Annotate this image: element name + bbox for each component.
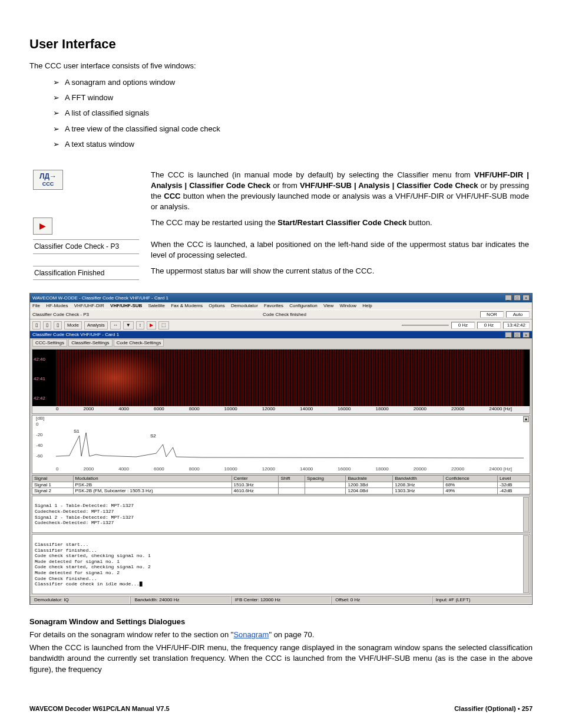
sonagram-link[interactable]: Sonagram — [233, 630, 269, 639]
col-header[interactable]: Confidence — [444, 476, 498, 482]
close-icon[interactable]: × — [523, 332, 530, 338]
footer-left: WAVECOM Decoder W61PC/LAN Manual V7.5 — [29, 704, 170, 713]
status-left: Classifier Code Check - P3 — [32, 312, 89, 318]
fft-panel: [dB] 0 -20 -40 -60 ▲ S1 S2 0200040006000… — [32, 415, 530, 474]
desc-cell: The CCC is launched (in manual mode by d… — [147, 167, 533, 215]
menu-item[interactable]: View — [323, 303, 333, 308]
field-nor[interactable]: NOR — [480, 311, 504, 318]
codecheck-settings-button[interactable]: Code Check-Settings — [114, 339, 164, 347]
child-title: Classifier Code Check VHF/UHF - Card 1 — [32, 332, 119, 338]
titlebar: WAVECOM W-CODE - Classifier Code Check V… — [30, 294, 532, 302]
classifier-settings-button[interactable]: Classifier-Settings — [68, 339, 112, 347]
fft-db-label: [dB] — [36, 416, 44, 421]
scroll-up-icon[interactable]: ▲ — [523, 416, 529, 422]
table-row[interactable]: Signal 1PSK-2B1510.3Hz1200.3Bd1208.3Hz68… — [32, 482, 530, 488]
col-header[interactable]: Bandwidth — [393, 476, 444, 482]
list-item: A text status window — [53, 139, 533, 150]
maximize-icon[interactable]: □ — [514, 295, 521, 301]
menu-item[interactable]: File — [32, 303, 40, 308]
list-item: A list of classified signals — [53, 108, 533, 118]
settings-row: CCC-Settings Classifier-Settings Code Ch… — [30, 338, 532, 348]
minimize-icon[interactable]: _ — [505, 332, 512, 338]
table-row[interactable]: Signal 2PSK-2B (FM, Subcarrier : 1505.3 … — [32, 488, 530, 495]
fft-ylabel: -40 — [36, 443, 43, 449]
sona-ylabel: 42:40 — [34, 357, 45, 363]
time-field: 13:42:42 — [503, 322, 530, 329]
window-title: WAVECOM W-CODE - Classifier Code Check V… — [32, 295, 168, 301]
description-table: ЛД→CCC The CCC is launched (in manual mo… — [29, 167, 533, 283]
fft-xaxis: 0200040006000800010000120001400016000180… — [32, 466, 530, 473]
col-header[interactable]: Spacing — [305, 476, 346, 482]
tree-panel: Signal 1 - Table-Detected: MPT-1327 Code… — [32, 496, 530, 533]
toolbar-icon[interactable]: ↔ — [110, 321, 121, 330]
statusbar-top: Classifier Code Check - P3 Code Check fi… — [30, 309, 532, 320]
signal-table: Signal Modulation Center Shift Spacing B… — [32, 475, 530, 495]
field-auto[interactable]: Auto — [506, 311, 530, 318]
menu-item[interactable]: Help — [362, 303, 372, 308]
menu-item[interactable]: Configuration — [289, 303, 318, 308]
section-title: User Interface — [29, 35, 533, 54]
col-header[interactable]: Center — [232, 476, 279, 482]
col-header[interactable]: Signal — [32, 476, 74, 482]
toolbar-icon[interactable]: ▼ — [123, 321, 134, 330]
menu-item[interactable]: Demodulator — [231, 303, 258, 308]
toolbar-icon[interactable]: ⬚ — [158, 321, 169, 330]
toolbar-icon[interactable]: ▯ — [32, 321, 41, 330]
status-label-finished: Classification Finished — [33, 266, 139, 281]
body-paragraph: When the CCC is launched from the VHF/UH… — [29, 643, 533, 675]
menu-item[interactable]: VHF/UHF-SUB — [110, 303, 142, 308]
sona-ylabel: 42:41 — [34, 376, 45, 382]
analysis-button[interactable]: Analysis — [84, 321, 108, 330]
ccc-settings-button[interactable]: CCC-Settings — [32, 339, 67, 347]
fft-ylabel: 0 — [36, 421, 38, 427]
sona-xaxis: 0200040006000800010000120001400016000180… — [32, 406, 530, 413]
col-header[interactable]: Shift — [279, 476, 305, 482]
ccc-icon: ЛД→CCC — [33, 170, 63, 190]
menu-item[interactable]: HF-Modes — [46, 303, 68, 308]
windows-list: A sonagram and options window A FFT wind… — [29, 77, 533, 150]
menu-item[interactable]: Options — [209, 303, 225, 308]
fft-ylabel: -60 — [36, 453, 43, 459]
app-window: WAVECOM W-CODE - Classifier Code Check V… — [29, 293, 533, 604]
toolbar: ▯ ▯ ▯ Mode Analysis ↔ ▼ ↕ ▶ ⬚ 0 Hz 0 Hz … — [30, 319, 532, 331]
list-item: A tree view of the classified signal cod… — [53, 124, 533, 134]
col-header[interactable]: Level — [498, 476, 530, 482]
mode-button[interactable]: Mode — [64, 321, 82, 330]
page-footer: WAVECOM Decoder W61PC/LAN Manual V7.5 Cl… — [29, 704, 533, 713]
menu-item[interactable]: Fax & Modems — [171, 303, 203, 308]
hz-field: 0 Hz — [477, 322, 501, 329]
child-window-controls[interactable]: _ □ × — [504, 332, 530, 338]
close-icon[interactable]: × — [523, 295, 530, 301]
col-header[interactable]: Modulation — [73, 476, 232, 482]
desc-cell: When the CCC is launched, a label positi… — [147, 237, 533, 263]
toolbar-icon[interactable]: ▯ — [43, 321, 51, 330]
scrollbar[interactable] — [523, 535, 529, 593]
sona-ylabel: 42:42 — [34, 396, 45, 401]
body-paragraph: For details on the sonagram window refer… — [29, 630, 533, 640]
maximize-icon[interactable]: □ — [514, 332, 521, 338]
menu-item[interactable]: Favorites — [264, 303, 283, 308]
status-cell: Offset: 0 Hz — [331, 596, 431, 604]
menu-item[interactable]: Window — [340, 303, 356, 308]
scrollbar[interactable] — [523, 497, 529, 532]
play-icon: ▶ — [33, 218, 52, 235]
child-titlebar: Classifier Code Check VHF/UHF - Card 1 _… — [30, 331, 532, 339]
status-mid: Code Check finished — [263, 312, 306, 318]
bottom-statusbar: Demodulator: IQ Bandwidth: 24000 Hz IFB … — [30, 595, 532, 604]
toolbar-icon[interactable]: ↕ — [136, 321, 144, 330]
footer-right: Classifier (Optional) • 257 — [454, 704, 533, 713]
col-header[interactable]: Baudrate — [346, 476, 393, 482]
menubar[interactable]: File HF-Modes VHF/UHF-DIR VHF/UHF-SUB Sa… — [30, 302, 532, 309]
status-cell: Demodulator: IQ — [30, 596, 130, 604]
toolbar-icon[interactable]: ▶ — [147, 321, 156, 330]
status-cell: IFB Center: 12000 Hz — [231, 596, 331, 604]
window-controls[interactable]: _ □ × — [504, 295, 530, 301]
sonagram-panel: 42:40 42:41 42:42 0200040006000800010000… — [32, 349, 530, 414]
log-panel: Classifier start... Classifier finished.… — [32, 534, 530, 594]
menu-item[interactable]: Satellite — [148, 303, 165, 308]
sonagram-signal — [62, 350, 168, 406]
minimize-icon[interactable]: _ — [505, 295, 512, 301]
fft-trace — [56, 418, 524, 459]
toolbar-icon[interactable]: ▯ — [54, 321, 62, 330]
menu-item[interactable]: VHF/UHF-DIR — [74, 303, 104, 308]
